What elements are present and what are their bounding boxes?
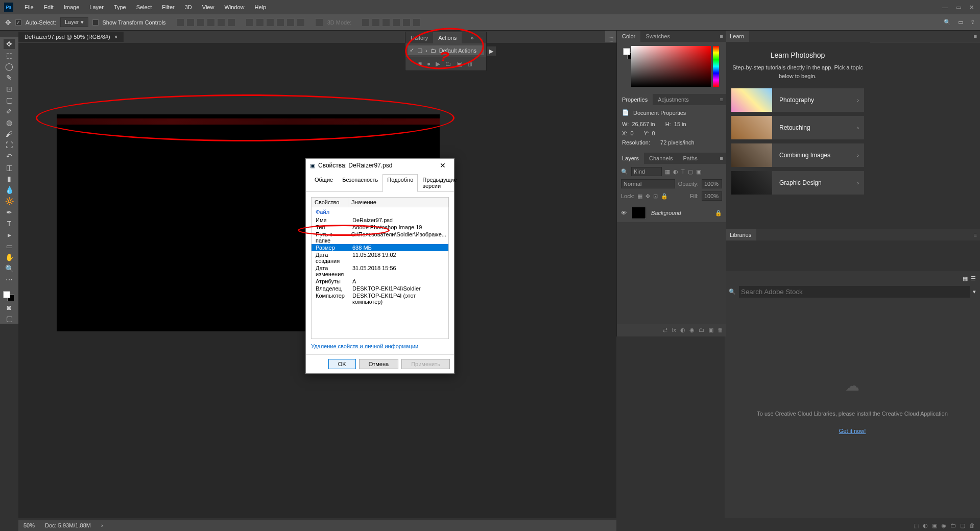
eraser-tool[interactable]: ◫ [4, 162, 15, 173]
visibility-eye-icon[interactable]: 👁 [621, 210, 627, 216]
show-transform-checkbox[interactable] [92, 19, 99, 26]
action-record-icon[interactable]: ● [427, 60, 431, 67]
tab-learn[interactable]: Learn [725, 31, 749, 42]
adjustment-layer-icon[interactable]: ◉ [689, 327, 695, 333]
filter-shape-icon[interactable]: ▢ [688, 168, 693, 175]
prop-row-owner[interactable]: ВладелецDESKTOP-EKI1P4I\Soldier [312, 285, 448, 292]
tab-swatches[interactable]: Swatches [640, 31, 675, 42]
distribute-2-icon[interactable] [256, 18, 264, 27]
hand-tool[interactable]: ✋ [4, 252, 15, 262]
tab-properties[interactable]: Properties [617, 94, 653, 105]
eyedropper-tool[interactable]: ✐ [4, 106, 15, 116]
learn-item-retouching[interactable]: Retouching › [731, 116, 864, 139]
prop-row-path[interactable]: Путь к папкеC:\Пользователи\Soldier\Изоб… [312, 231, 448, 244]
3d-slide-icon[interactable] [392, 18, 400, 27]
healing-tool[interactable]: ◍ [4, 117, 15, 128]
share-icon[interactable]: ⇪ [970, 19, 975, 26]
brush-tool[interactable]: 🖌 [4, 129, 15, 139]
align-center-v-icon[interactable] [217, 18, 225, 27]
layer-background[interactable]: 👁 Background 🔒 [617, 204, 726, 222]
3d-pan-icon[interactable] [382, 18, 390, 27]
color-field[interactable] [631, 46, 711, 87]
crop-tool[interactable]: ⊡ [4, 84, 15, 94]
dialog-cancel-button[interactable]: Отмена [359, 359, 398, 369]
menu-window[interactable]: Window [219, 4, 249, 10]
shape-tool[interactable]: ▭ [4, 241, 15, 251]
auto-select-target-dropdown[interactable]: Layer ▾ [60, 17, 88, 27]
stamp-tool[interactable]: ⛶ [4, 140, 15, 150]
chevron-right-icon[interactable]: › [101, 522, 103, 528]
action-new-set-icon[interactable]: 🗀 [445, 60, 451, 67]
properties-panel-menu-icon[interactable]: ≡ [717, 94, 726, 105]
opacity-input[interactable]: 100% [702, 179, 722, 188]
color-panel-menu-icon[interactable]: ≡ [717, 31, 726, 41]
lock-artboard-icon[interactable]: ⊡ [653, 193, 658, 200]
history-brush-tool[interactable]: ↶ [4, 151, 15, 161]
menu-select[interactable]: Select [131, 4, 157, 10]
layer-thumbnail[interactable] [632, 207, 646, 219]
filter-adjust-icon[interactable]: ◐ [673, 168, 678, 175]
3d-roll-icon[interactable] [372, 18, 380, 27]
action-delete-icon[interactable]: 🗑 [467, 60, 473, 67]
distribute-4-icon[interactable] [276, 18, 284, 27]
dialog-close-button[interactable]: ✕ [436, 161, 450, 170]
tl-icon-1[interactable]: ⬚ [914, 522, 919, 529]
hue-slider[interactable] [713, 46, 719, 87]
learn-item-graphic[interactable]: Graphic Design › [731, 171, 864, 195]
lock-pixels-icon[interactable]: ▦ [637, 193, 642, 200]
tab-paths[interactable]: Paths [678, 153, 703, 164]
tab-adjustments[interactable]: Adjustments [653, 94, 694, 105]
tab-channels[interactable]: Channels [644, 153, 678, 164]
filter-pixel-icon[interactable]: ▦ [665, 168, 670, 175]
workspace-icon[interactable]: ▭ [958, 19, 963, 26]
action-stop-icon[interactable]: ■ [418, 60, 422, 67]
prop-row-created[interactable]: Дата создания11.05.2018 19:02 [312, 251, 448, 264]
remove-properties-link[interactable]: Удаление свойств и личной информации [311, 343, 449, 349]
fill-input[interactable]: 100% [702, 191, 722, 201]
prop-row-size[interactable]: Размер638 МБ [312, 244, 448, 251]
layer-style-icon[interactable]: fx [672, 327, 676, 333]
menu-3d[interactable]: 3D [180, 4, 197, 10]
lib-list-icon[interactable]: ☰ [971, 275, 976, 282]
chevron-right-icon[interactable]: › [425, 47, 427, 54]
libraries-get-link[interactable]: Get it now! [729, 428, 976, 434]
window-close-icon[interactable]: ✕ [969, 4, 974, 11]
marquee-tool[interactable]: ⬚ [4, 50, 15, 60]
blur-tool[interactable]: 💧 [4, 185, 15, 195]
screen-mode-icon[interactable]: ▢ [4, 313, 15, 324]
auto-select-checkbox[interactable] [15, 19, 21, 26]
lasso-tool[interactable]: ◯ [4, 61, 15, 71]
dialog-tab-previous[interactable]: Предыдущие версии [418, 174, 461, 191]
type-tool[interactable]: T [4, 219, 15, 229]
prop-row-attributes[interactable]: АтрибутыA [312, 278, 448, 285]
edit-toolbar-icon[interactable]: ⋯ [4, 275, 15, 285]
prop-row-name[interactable]: ИмяDeRaizer97.psd [312, 216, 448, 224]
menu-view[interactable]: View [197, 4, 220, 10]
align-right-icon[interactable] [197, 18, 205, 27]
zoom-tool[interactable]: 🔍 [4, 263, 15, 274]
blend-mode-dropdown[interactable]: Normal [621, 179, 675, 188]
quick-select-tool[interactable]: ✎ [4, 73, 15, 83]
menu-edit[interactable]: Edit [39, 4, 59, 10]
dialog-tab-details[interactable]: Подробно [383, 174, 418, 192]
panel-menu-icon[interactable]: ≡ [477, 33, 486, 43]
layer-mask-icon[interactable]: ◐ [680, 327, 685, 333]
window-minimize-icon[interactable]: — [942, 4, 948, 11]
brushes-panel-icon[interactable]: ⬚ [608, 36, 613, 42]
menu-filter[interactable]: Filter [157, 4, 179, 10]
distribute-6-icon[interactable] [297, 18, 305, 27]
filter-icon[interactable]: 🔍 [621, 168, 628, 175]
align-top-icon[interactable] [207, 18, 215, 27]
quick-mask-icon[interactable]: ◙ [4, 302, 15, 312]
more-align-icon[interactable] [315, 18, 323, 27]
dialog-apply-button[interactable]: Применить [401, 359, 450, 369]
dialog-tab-general[interactable]: Общие [310, 174, 338, 191]
lock-all-icon[interactable]: 🔒 [661, 193, 668, 200]
distribute-5-icon[interactable] [286, 18, 295, 27]
tl-icon-7[interactable]: 🗑 [969, 522, 975, 528]
libraries-search-input[interactable] [739, 286, 970, 298]
learn-item-combining[interactable]: Combining Images › [731, 143, 864, 167]
menu-type[interactable]: Type [109, 4, 131, 10]
menu-image[interactable]: Image [59, 4, 85, 10]
tab-history[interactable]: History [405, 32, 433, 43]
